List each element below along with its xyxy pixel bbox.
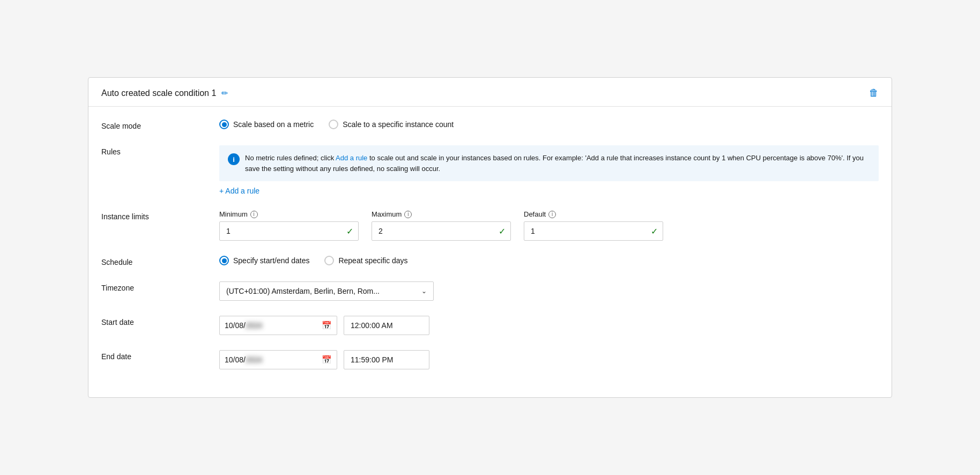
minimum-field: Minimum i ✓ <box>219 210 359 241</box>
timezone-select[interactable]: (UTC+01:00) Amsterdam, Berlin, Bern, Rom… <box>219 281 434 301</box>
scale-instance-radio[interactable] <box>329 120 338 129</box>
end-time-input[interactable] <box>344 350 429 369</box>
scale-condition-card: Auto created scale condition 1 ✏ 🗑 Scale… <box>88 77 892 398</box>
timezone-content: (UTC+01:00) Amsterdam, Berlin, Bern, Rom… <box>219 281 879 301</box>
scale-metric-label: Scale based on a metric <box>233 120 314 129</box>
card-title-area: Auto created scale condition 1 ✏ <box>101 88 228 98</box>
card-header: Auto created scale condition 1 ✏ 🗑 <box>88 78 892 107</box>
start-date-inputs: 10/08/2024 📅 <box>219 316 879 335</box>
default-info-icon[interactable]: i <box>548 211 556 218</box>
end-date-inputs: 10/08/2024 📅 <box>219 350 879 369</box>
scale-mode-content: Scale based on a metric Scale to a speci… <box>219 120 879 129</box>
instance-limits-label: Instance limits <box>101 210 219 221</box>
maximum-input[interactable] <box>372 221 511 241</box>
end-date-row: End date 10/08/2024 📅 <box>101 350 879 369</box>
schedule-content: Specify start/end dates Repeat specific … <box>219 256 879 265</box>
start-date-content: 10/08/2024 📅 <box>219 316 879 335</box>
scale-mode-row: Scale mode Scale based on a metric Scale… <box>101 120 879 130</box>
rules-info-text: No metric rules defined; click Add a rul… <box>245 153 870 174</box>
add-rule-link[interactable]: + Add a rule <box>219 187 259 195</box>
rules-content: i No metric rules defined; click Add a r… <box>219 145 879 195</box>
scale-metric-radio[interactable] <box>219 120 229 129</box>
maximum-label: Maximum i <box>372 210 511 218</box>
scale-mode-label: Scale mode <box>101 120 219 130</box>
maximum-info-icon[interactable]: i <box>404 211 412 218</box>
rules-label: Rules <box>101 145 219 156</box>
start-end-radio[interactable] <box>219 256 229 265</box>
default-input[interactable] <box>524 221 663 241</box>
end-date-input[interactable] <box>219 350 337 369</box>
schedule-label: Schedule <box>101 256 219 266</box>
start-date-wrapper: 10/08/2024 📅 <box>219 316 337 335</box>
end-date-wrapper: 10/08/2024 📅 <box>219 350 337 369</box>
schedule-row: Schedule Specify start/end dates Repeat … <box>101 256 879 266</box>
default-label: Default i <box>524 210 663 218</box>
minimum-input[interactable] <box>219 221 359 241</box>
instance-limits-content: Minimum i ✓ Maximum i <box>219 210 879 241</box>
maximum-checkmark: ✓ <box>499 226 506 236</box>
repeat-days-label: Repeat specific days <box>338 256 407 265</box>
schedule-radio-group: Specify start/end dates Repeat specific … <box>219 256 879 265</box>
rules-info-box: i No metric rules defined; click Add a r… <box>219 145 879 181</box>
scale-instance-option[interactable]: Scale to a specific instance count <box>329 120 454 129</box>
start-time-input[interactable] <box>344 316 429 335</box>
chevron-down-icon: ⌄ <box>421 287 427 295</box>
instance-limits-row: Instance limits Minimum i ✓ <box>101 210 879 241</box>
info-circle-icon: i <box>228 153 240 165</box>
end-date-calendar-icon[interactable]: 📅 <box>322 355 332 365</box>
minimum-info-icon[interactable]: i <box>250 211 258 218</box>
end-date-label: End date <box>101 350 219 361</box>
minimum-label: Minimum i <box>219 210 359 218</box>
start-end-option[interactable]: Specify start/end dates <box>219 256 309 265</box>
scale-metric-option[interactable]: Scale based on a metric <box>219 120 314 129</box>
repeat-days-option[interactable]: Repeat specific days <box>324 256 407 265</box>
minimum-checkmark: ✓ <box>346 226 353 236</box>
timezone-label: Timezone <box>101 281 219 292</box>
edit-icon[interactable]: ✏ <box>221 88 228 98</box>
start-date-label: Start date <box>101 316 219 326</box>
scale-mode-radio-group: Scale based on a metric Scale to a speci… <box>219 120 879 129</box>
card-body: Scale mode Scale based on a metric Scale… <box>88 107 892 397</box>
card-title: Auto created scale condition 1 <box>101 88 216 98</box>
start-date-input[interactable] <box>219 316 337 335</box>
maximum-field: Maximum i ✓ <box>372 210 511 241</box>
timezone-row: Timezone (UTC+01:00) Amsterdam, Berlin, … <box>101 281 879 301</box>
repeat-days-radio[interactable] <box>324 256 334 265</box>
rules-row: Rules i No metric rules defined; click A… <box>101 145 879 195</box>
end-date-content: 10/08/2024 📅 <box>219 350 879 369</box>
end-time-wrapper <box>344 350 429 369</box>
start-date-calendar-icon[interactable]: 📅 <box>322 321 332 330</box>
default-field: Default i ✓ <box>524 210 663 241</box>
instance-limits-grid: Minimum i ✓ Maximum i <box>219 210 879 241</box>
start-time-wrapper <box>344 316 429 335</box>
rules-info-text1: No metric rules defined; click <box>245 154 336 162</box>
start-end-label: Specify start/end dates <box>233 256 309 265</box>
maximum-input-wrapper: ✓ <box>372 221 511 241</box>
default-input-wrapper: ✓ <box>524 221 663 241</box>
start-date-row: Start date 10/08/2024 📅 <box>101 316 879 335</box>
timezone-value: (UTC+01:00) Amsterdam, Berlin, Bern, Rom… <box>226 287 380 295</box>
add-rule-link-inline[interactable]: Add a rule <box>336 154 367 162</box>
scale-instance-label: Scale to a specific instance count <box>343 120 454 129</box>
delete-icon[interactable]: 🗑 <box>869 87 879 99</box>
minimum-input-wrapper: ✓ <box>219 221 359 241</box>
default-checkmark: ✓ <box>651 226 658 236</box>
